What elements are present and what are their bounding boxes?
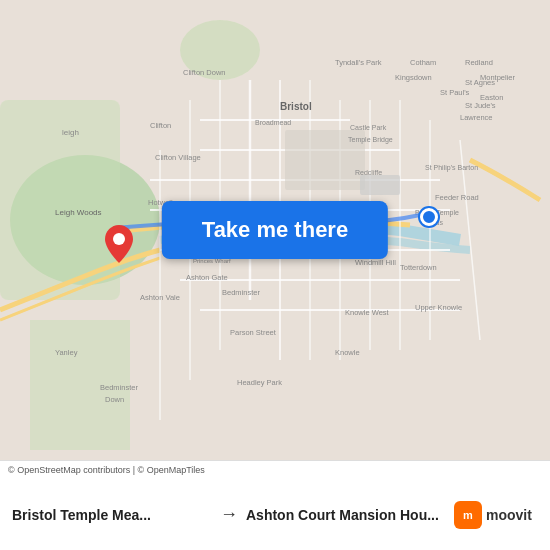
route-row: Bristol Temple Mea... → Ashton Court Man… [0,479,550,550]
svg-text:Bedminster: Bedminster [100,383,138,392]
svg-text:Knowle: Knowle [335,348,360,357]
svg-text:Feeder Road: Feeder Road [435,193,479,202]
svg-text:Leigh Woods: Leigh Woods [55,208,102,217]
svg-text:Upper Knowle: Upper Knowle [415,303,462,312]
svg-text:Cotham: Cotham [410,58,436,67]
map-container: Bristol Broadmead Castle Park Temple Bri… [0,0,550,460]
svg-text:Yanley: Yanley [55,348,78,357]
svg-text:Castle Park: Castle Park [350,124,387,131]
svg-text:leigh: leigh [62,128,79,137]
svg-text:Tyndall's Park: Tyndall's Park [335,58,382,67]
svg-text:Redland: Redland [465,58,493,67]
destination-label: Ashton Court Mansion Hou... [246,507,446,523]
svg-text:Bristol: Bristol [280,101,312,112]
svg-text:St Jude's: St Jude's [465,101,496,110]
svg-text:Kingsdown: Kingsdown [395,73,432,82]
svg-text:m: m [463,509,473,521]
attribution-text: © OpenStreetMap contributors | © OpenMap… [8,465,205,475]
svg-text:Windmill Hill: Windmill Hill [355,258,396,267]
svg-point-67 [113,233,125,245]
svg-text:St Agnes: St Agnes [465,78,495,87]
svg-text:Redcliffe: Redcliffe [355,169,382,176]
moovit-icon: m [454,501,482,529]
svg-text:Down: Down [105,395,124,404]
moovit-label: moovit [486,507,532,523]
svg-text:Ashton Gate: Ashton Gate [186,273,228,282]
destination-dot [420,208,438,226]
svg-text:Totterdown: Totterdown [400,263,437,272]
svg-rect-24 [360,175,400,195]
svg-text:Clifton Village: Clifton Village [155,153,201,162]
origin-label: Bristol Temple Mea... [12,507,212,523]
bottom-bar: © OpenStreetMap contributors | © OpenMap… [0,460,550,550]
svg-text:Parson Street: Parson Street [230,328,277,337]
svg-text:Clifton: Clifton [150,121,171,130]
svg-text:Clifton Down: Clifton Down [183,68,226,77]
take-me-there-button[interactable]: Take me there [162,201,388,259]
svg-text:Broadmead: Broadmead [255,119,291,126]
svg-text:Lawrence: Lawrence [460,113,493,122]
svg-text:Bedminster: Bedminster [222,288,260,297]
svg-text:Knowle West: Knowle West [345,308,390,317]
arrow-icon: → [220,504,238,525]
attribution-row: © OpenStreetMap contributors | © OpenMap… [0,460,550,479]
moovit-logo: m moovit [454,501,532,529]
svg-text:St Philip's Barton: St Philip's Barton [425,164,478,172]
svg-text:Headley Park: Headley Park [237,378,282,387]
origin-pin [105,225,133,259]
svg-text:Ashton Vale: Ashton Vale [140,293,180,302]
svg-text:St Paul's: St Paul's [440,88,470,97]
svg-text:Temple Bridge: Temple Bridge [348,136,393,144]
